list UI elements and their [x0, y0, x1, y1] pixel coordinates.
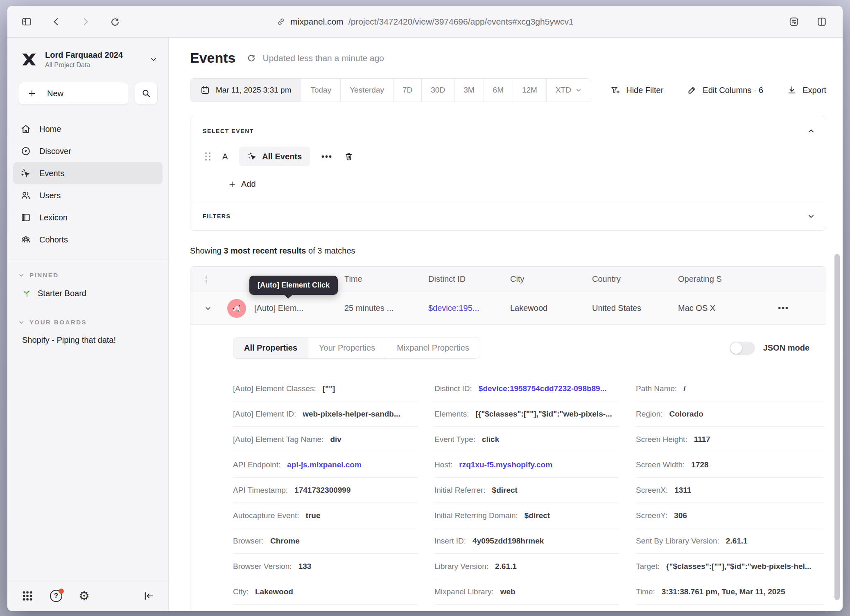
preset-today[interactable]: Today: [301, 79, 340, 102]
more-options-icon[interactable]: •••: [321, 152, 332, 161]
column-header-city[interactable]: City: [510, 274, 592, 284]
tab-all-properties[interactable]: All Properties: [233, 337, 308, 358]
split-view-icon[interactable]: [816, 16, 827, 27]
sidebar-toggle-icon[interactable]: [21, 16, 32, 27]
gear-icon[interactable]: ⚙: [79, 590, 90, 602]
browser-toolbar: mixpanel.com/project/3472420/view/397469…: [7, 6, 843, 38]
column-header-time[interactable]: Time: [344, 274, 428, 284]
collapse-rows-icon[interactable]: ↓↑: [190, 274, 227, 285]
chevron-down-icon: [575, 87, 582, 93]
property-row: ClientX:1311: [233, 605, 418, 611]
reload-icon[interactable]: [110, 16, 120, 27]
event-avatar: [227, 299, 246, 318]
cell-country: United States: [592, 303, 678, 313]
property-link[interactable]: api-js.mixpanel.com: [287, 460, 362, 469]
property-row: ScreenY:306: [636, 503, 824, 528]
property-row: Elements:[{"$classes":[""],"$id":"web-pi…: [434, 401, 619, 427]
add-event-button[interactable]: Add: [228, 179, 814, 189]
property-row: Sent By Library Version:2.61.1: [636, 528, 824, 554]
export-button[interactable]: Export: [787, 85, 826, 95]
sidebar-item-users[interactable]: Users: [13, 184, 163, 206]
project-switcher[interactable]: Lord Farquaad 2024 All Project Data: [7, 38, 168, 72]
preset-3m[interactable]: 3M: [454, 79, 483, 102]
property-row: API Timestamp:1741732300999: [233, 478, 418, 503]
sidebar-item-cohorts[interactable]: Cohorts: [13, 229, 163, 251]
property-row: Time:3:31:38.761 pm, Tue, Mar 11, 2025: [636, 579, 824, 605]
date-range-value: Mar 11, 2025 3:31 pm: [216, 86, 291, 95]
column-header-country[interactable]: Country: [592, 274, 678, 284]
date-range-current[interactable]: Mar 11, 2025 3:31 pm: [190, 79, 301, 102]
property-row: City:Lakewood: [233, 579, 418, 605]
event-selector-chip[interactable]: All Events: [239, 147, 310, 166]
cell-os: Mac OS X: [678, 303, 768, 313]
sidebar-item-label: Events: [39, 169, 64, 178]
tab-your-properties[interactable]: Your Properties: [308, 337, 386, 358]
refresh-icon[interactable]: [246, 53, 256, 63]
cohorts-icon: [20, 234, 31, 245]
tab-mixpanel-properties[interactable]: Mixpanel Properties: [386, 337, 480, 358]
property-row: Region:Colorado: [636, 401, 824, 427]
column-header-os[interactable]: Operating S: [678, 274, 768, 284]
sidebar-item-shopify-board[interactable]: Shopify - Piping that data!: [7, 328, 168, 347]
pinned-section-header[interactable]: PINNED: [7, 260, 168, 281]
collapse-sidebar-icon[interactable]: [143, 590, 154, 602]
drag-handle[interactable]: [205, 152, 211, 161]
query-builder-card: SELECT EVENT A: [190, 116, 826, 231]
hide-filter-button[interactable]: Hide Filter: [610, 85, 663, 95]
event-tooltip: [Auto] Element Click: [249, 276, 338, 295]
project-scope: All Project Data: [45, 61, 143, 69]
new-button[interactable]: New: [18, 82, 129, 105]
edit-columns-button[interactable]: Edit Columns · 6: [687, 85, 763, 95]
sidebar-item-events[interactable]: Events: [13, 162, 163, 184]
property-row: Insert ID:4y095zdd198hrmek: [434, 528, 619, 554]
property-row: Browser:Chrome: [233, 528, 418, 554]
sidebar-item-discover[interactable]: Discover: [13, 140, 163, 162]
page-settings-icon[interactable]: [789, 16, 799, 27]
sidebar-item-starter-board[interactable]: Starter Board: [7, 281, 168, 301]
preset-6m[interactable]: 6M: [484, 79, 513, 102]
column-header-distinct-id[interactable]: Distinct ID: [428, 274, 510, 284]
json-mode-toggle[interactable]: [730, 342, 755, 355]
help-button[interactable]: ?: [50, 590, 62, 602]
chevron-down-icon[interactable]: [807, 212, 815, 220]
your-boards-section-header[interactable]: YOUR BOARDS: [7, 301, 168, 328]
url-host: mixpanel.com: [290, 17, 344, 27]
pinned-label: PINNED: [29, 272, 59, 279]
chevron-up-icon[interactable]: [807, 127, 815, 135]
property-link[interactable]: $device:1958754cdd7232-098b89...: [479, 384, 607, 393]
property-row: [Auto] Element Tag Name:div: [233, 427, 418, 452]
sidebar-item-label: Cohorts: [39, 235, 68, 245]
sprout-icon: [22, 288, 32, 298]
board-label: Shopify - Piping that data!: [22, 335, 116, 345]
lexicon-icon: [20, 212, 31, 223]
address-bar[interactable]: mixpanel.com/project/3472420/view/397469…: [276, 17, 573, 27]
main-content: Events Updated less than a minute ago: [169, 38, 843, 611]
apps-grid-icon[interactable]: [21, 590, 34, 602]
trash-icon[interactable]: [344, 152, 354, 161]
download-icon: [787, 85, 797, 95]
property-row: [Auto] Element Classes:[""]: [233, 376, 418, 401]
select-event-header: SELECT EVENT: [203, 128, 814, 134]
back-icon[interactable]: [51, 16, 61, 27]
event-details-panel: All Properties Your Properties Mixpanel …: [190, 325, 826, 611]
property-row: Browser Version:133: [233, 554, 418, 579]
cell-distinct-id[interactable]: $device:195...: [428, 303, 510, 313]
project-name: Lord Farquaad 2024: [45, 50, 143, 60]
row-menu-icon[interactable]: •••: [768, 303, 826, 313]
cursor-click-icon: [20, 168, 31, 179]
preset-xtd[interactable]: XTD: [546, 79, 591, 102]
preset-yesterday[interactable]: Yesterday: [340, 79, 393, 102]
sidebar-item-lexicon[interactable]: Lexicon: [13, 206, 163, 229]
pencil-icon: [687, 85, 697, 95]
vertical-scrollbar[interactable]: [834, 254, 840, 600]
property-link[interactable]: rzq1xu-f5.myshopify.com: [459, 460, 552, 469]
row-expand-chevron-icon[interactable]: [190, 305, 227, 312]
property-row: OffsetX:7: [434, 605, 619, 611]
preset-12m[interactable]: 12M: [513, 79, 546, 102]
sidebar: Lord Farquaad 2024 All Project Data New: [7, 38, 169, 611]
filter-icon: [610, 85, 620, 95]
search-button[interactable]: [135, 82, 158, 105]
preset-7d[interactable]: 7D: [393, 79, 421, 102]
preset-30d[interactable]: 30D: [421, 79, 454, 102]
sidebar-item-home[interactable]: Home: [13, 118, 163, 140]
